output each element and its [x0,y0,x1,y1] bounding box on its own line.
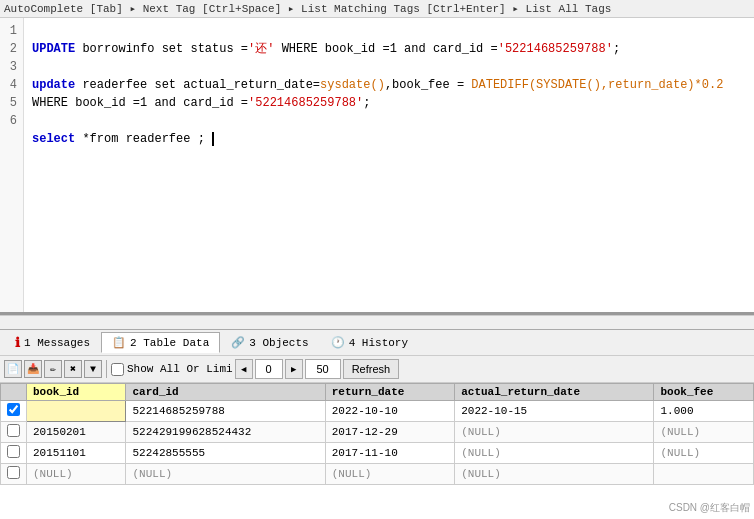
filter-icon[interactable]: ▼ [84,360,102,378]
separator1 [106,360,107,378]
export-icon[interactable]: 📄 [4,360,22,378]
table-row[interactable]: 52214685259788 2022-10-10 2022-10-15 1.0… [1,401,754,422]
cell-book-id: (NULL) [27,464,126,485]
cell-actual-return-date: (NULL) [455,422,654,443]
cell-actual-return-date: 2022-10-15 [455,401,654,422]
cell-card-id: 522429199628524432 [126,422,325,443]
history-icon: 🕐 [331,336,345,349]
limit-input[interactable] [305,359,341,379]
tab-objects-label: 3 Objects [249,337,308,349]
delete-icon[interactable]: ✖ [64,360,82,378]
cell-card-id: 52214685259788 [126,401,325,422]
col-checkbox [1,384,27,401]
cell-book-id[interactable] [27,401,126,422]
show-all-label[interactable]: Show All Or Limi [111,363,233,376]
nav-prev[interactable]: ◀ [235,359,253,379]
watermark: CSDN @红客白帽 [669,501,750,515]
line-numbers: 1 2 3 4 5 6 [0,18,24,312]
tab-messages-label: 1 Messages [24,337,90,349]
horizontal-scrollbar[interactable] [0,315,754,329]
col-return-date[interactable]: return_date [325,384,454,401]
show-all-checkbox[interactable] [111,363,124,376]
main-container: AutoComplete [Tab] ▸ Next Tag [Ctrl+Spac… [0,0,754,519]
code-content[interactable]: UPDATE borrowinfo set status ='还' WHERE … [24,18,754,312]
toolbar-row: 📄 📥 ✏ ✖ ▼ Show All Or Limi ◀ ▶ Refresh [0,355,754,383]
tab-tabledata-label: 2 Table Data [130,337,209,349]
tab-tabledata[interactable]: 📋 2 Table Data [101,332,220,353]
editor-area[interactable]: 1 2 3 4 5 6 UPDATE borrowinfo set status… [0,18,754,315]
data-table-container[interactable]: book_id card_id return_date actual_retur… [0,383,754,519]
code-editor: 1 2 3 4 5 6 UPDATE borrowinfo set status… [0,18,754,312]
bottom-tabs: ℹ 1 Messages 📋 2 Table Data 🔗 3 Objects … [0,329,754,355]
table-row[interactable]: 20150201 522429199628524432 2017-12-29 (… [1,422,754,443]
table-row[interactable]: (NULL) (NULL) (NULL) (NULL) [1,464,754,485]
top-bar: AutoComplete [Tab] ▸ Next Tag [Ctrl+Spac… [0,0,754,18]
tab-messages[interactable]: ℹ 1 Messages [4,331,101,355]
cell-return-date: 2017-11-10 [325,443,454,464]
table-icon: 📋 [112,336,126,349]
tab-history[interactable]: 🕐 4 History [320,332,419,353]
col-actual-return-date[interactable]: actual_return_date [455,384,654,401]
objects-icon: 🔗 [231,336,245,349]
tab-history-label: 4 History [349,337,408,349]
cell-return-date: (NULL) [325,464,454,485]
row-checkbox[interactable] [1,443,27,464]
cell-book-fee: (NULL) [654,422,754,443]
cell-return-date: 2022-10-10 [325,401,454,422]
cell-actual-return-date: (NULL) [455,464,654,485]
offset-input[interactable] [255,359,283,379]
row-checkbox[interactable] [1,422,27,443]
cell-card-id: 52242855555 [126,443,325,464]
edit-icon[interactable]: ✏ [44,360,62,378]
cell-book-fee [654,464,754,485]
cell-return-date: 2017-12-29 [325,422,454,443]
data-table: book_id card_id return_date actual_retur… [0,383,754,485]
table-header-row: book_id card_id return_date actual_retur… [1,384,754,401]
col-card-id[interactable]: card_id [126,384,325,401]
bottom-panel: ℹ 1 Messages 📋 2 Table Data 🔗 3 Objects … [0,329,754,519]
cell-actual-return-date: (NULL) [455,443,654,464]
nav-next[interactable]: ▶ [285,359,303,379]
cell-book-id: 20150201 [27,422,126,443]
cell-book-fee: (NULL) [654,443,754,464]
tab-objects[interactable]: 🔗 3 Objects [220,332,319,353]
cell-book-fee: 1.000 [654,401,754,422]
row-checkbox[interactable] [1,464,27,485]
cell-book-id: 20151101 [27,443,126,464]
cell-card-id: (NULL) [126,464,325,485]
info-icon: ℹ [15,335,20,351]
table-row[interactable]: 20151101 52242855555 2017-11-10 (NULL) (… [1,443,754,464]
col-book-fee[interactable]: book_fee [654,384,754,401]
import-icon[interactable]: 📥 [24,360,42,378]
row-checkbox[interactable] [1,401,27,422]
refresh-button[interactable]: Refresh [343,359,400,379]
col-book-id[interactable]: book_id [27,384,126,401]
autocomplete-hint: AutoComplete [Tab] ▸ Next Tag [Ctrl+Spac… [4,3,611,15]
